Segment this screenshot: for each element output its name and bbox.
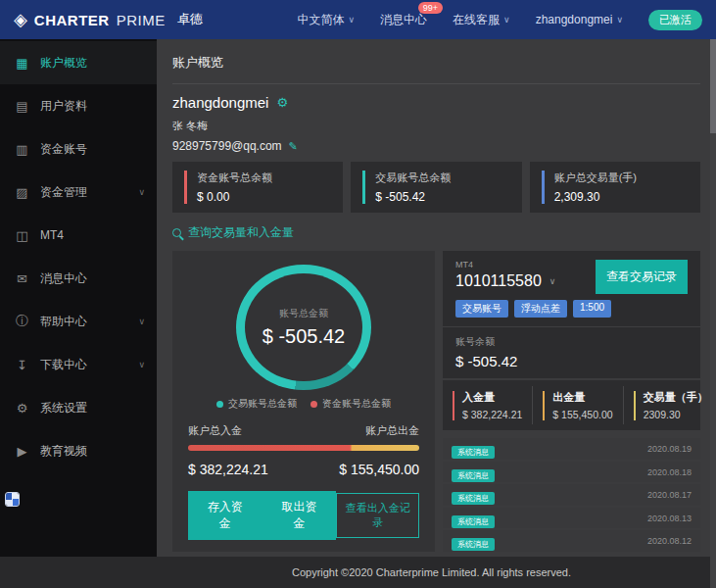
sidebar-item-download-center[interactable]: ↧ 下载中心 ∨ (0, 343, 157, 386)
sidebar-item-label: 教育视频 (40, 443, 87, 460)
news-item[interactable]: 系统消息 2020.08.13 紧急通知：美国轻质低硫原油(USOUSD)交割期… (443, 508, 700, 529)
page-scrollbar[interactable] (710, 39, 716, 588)
username-text: zhangdongmei (172, 94, 268, 111)
stat-label: 资金账号总余额 (197, 171, 272, 185)
download-icon: ↧ (15, 358, 29, 372)
mt4-account-badges: 交易账号 浮动点差 1:500 (455, 300, 688, 318)
mt4-stat-deposit: 入金量 $ 382,224.21 (443, 386, 532, 424)
news-item[interactable]: 系统消息 2020.08.17 通知：英国布伦特原油期货合约（UKOUSD）交割… (443, 484, 700, 506)
sidebar-item-user-profile[interactable]: ▤ 用户资料 (0, 84, 157, 127)
copyright-text: Copyright ©2020 Charterprime Limited. Al… (292, 566, 571, 578)
edit-email-pencil-icon[interactable]: ✎ (289, 140, 298, 153)
legend-label: 交易账号总金额 (228, 397, 297, 411)
widget-icon[interactable] (6, 493, 19, 506)
news-item[interactable]: 系统消息 2020.08.19 重要通知: 香港期货合约因八号台风信号提早停盘 (443, 438, 700, 460)
stat-label: 账户总交易量(手) (554, 171, 637, 185)
help-info-icon: ⓘ (15, 313, 29, 330)
brand-logo[interactable]: ◈ CHARTERPRIME 卓德 (14, 11, 203, 28)
stat-value: $ 155,450.00 (552, 409, 612, 420)
donut-center-label: 账号总金额 (279, 307, 328, 320)
view-trade-records-button[interactable]: 查看交易记录 (596, 260, 688, 294)
summary-stat-cards: 资金账号总余额 $ 0.00 交易账号总余额 $ -505.42 账户总交易量(… (172, 162, 700, 213)
system-message-badge: 系统消息 (452, 515, 495, 528)
sidebar-item-label: 消息中心 (40, 270, 87, 287)
legend-funds-account: 资金账号总金额 (310, 397, 391, 411)
stat-card-trading-balance: 交易账号总余额 $ -505.42 (351, 162, 521, 213)
logo-suffix: 卓德 (177, 11, 203, 28)
deposit-funds-button[interactable]: 存入资金 (188, 491, 263, 540)
profile-document-icon: ▤ (15, 99, 29, 114)
sidebar-item-account-overview[interactable]: ▦ 账户概览 (0, 41, 157, 84)
funds-card-icon: ▥ (15, 142, 29, 157)
mt4-account-card: MT4 1010115580 ∨ 查看交易记录 交易账号 浮动点差 1:500 (443, 251, 700, 378)
sidebar-item-label: 下载中心 (40, 357, 87, 373)
sidebar-item-system-settings[interactable]: ⚙ 系统设置 (0, 386, 157, 429)
sidebar-nav: ▦ 账户概览 ▤ 用户资料 ▥ 资金账号 ▨ 资金管理 ∨ ◫ MT4 ✉ 消息… (0, 39, 157, 557)
message-center-label: 消息中心 (380, 12, 427, 28)
scrollbar-thumb[interactable] (710, 39, 716, 133)
system-message-badge: 系统消息 (452, 446, 495, 459)
withdraw-funds-button[interactable]: 取出资金 (263, 491, 337, 540)
divider (443, 326, 700, 327)
chevron-down-icon: ∨ (138, 360, 145, 369)
sidebar-item-funds-management[interactable]: ▨ 资金管理 ∨ (0, 171, 157, 214)
system-message-badge: 系统消息 (452, 538, 495, 551)
query-link-label: 查询交易量和入金量 (188, 224, 294, 241)
user-settings-gear-icon[interactable]: ⚙ (276, 95, 288, 110)
online-support-menu[interactable]: 在线客服 ∨ (453, 12, 510, 28)
donut-center-value: $ -505.42 (263, 325, 346, 348)
system-news-list: 系统消息 2020.08.19 重要通知: 香港期货合约因八号台风信号提早停盘 … (443, 438, 700, 552)
mt4-account-selector[interactable]: 1010115580 ∨ (455, 272, 555, 290)
news-date: 2020.08.19 (647, 444, 692, 454)
news-date: 2020.08.18 (647, 467, 692, 477)
news-item[interactable]: 系统消息 2020.08.12 通知：所有大宗商品合约的每手交易保证金将恢复至正… (443, 530, 700, 552)
settings-gear-icon: ⚙ (15, 401, 29, 416)
logo-text-bold: CHARTER (34, 12, 110, 28)
message-center-menu[interactable]: 消息中心 99+ (380, 12, 427, 28)
stat-value: $ 382,224.21 (462, 409, 522, 420)
message-envelope-icon: ✉ (15, 271, 29, 286)
language-menu[interactable]: 中文简体 ∨ (297, 12, 355, 28)
legend-trading-account: 交易账号总金额 (216, 397, 297, 411)
sidebar-item-education-videos[interactable]: ▶ 教育视频 (0, 429, 157, 472)
search-icon (172, 228, 181, 237)
query-volume-link[interactable]: 查询交易量和入金量 (172, 224, 700, 241)
chevron-down-icon: ∨ (616, 15, 623, 24)
sidebar-item-label: MT4 (40, 228, 64, 242)
account-balance-label: 账号余额 (455, 335, 688, 349)
sidebar-item-funds-account[interactable]: ▥ 资金账号 (0, 127, 157, 171)
sidebar-item-mt4[interactable]: ◫ MT4 (0, 214, 157, 257)
system-message-badge: 系统消息 (452, 469, 495, 482)
stat-label: 出金量 (552, 390, 612, 405)
stat-label: 交易量（手） (644, 390, 708, 405)
sidebar-item-message-center[interactable]: ✉ 消息中心 (0, 257, 157, 300)
legend-label: 资金账号总金额 (322, 397, 391, 411)
sidebar-item-help-center[interactable]: ⓘ 帮助中心 ∨ (0, 300, 157, 343)
diamond-logo-icon: ◈ (14, 11, 27, 28)
balance-donut-chart: 账号总金额 $ -505.42 (236, 265, 371, 390)
mt4-stat-volume: 交易量（手） 2309.30 (623, 386, 716, 424)
stat-color-bar (453, 391, 454, 420)
funds-records-button[interactable]: 查看出入金记录 (336, 493, 419, 538)
news-item[interactable]: 系统消息 2020.08.18 通知: 伦敦机房服务器问题已修复 (443, 462, 700, 483)
top-navbar: ◈ CHARTERPRIME 卓德 中文简体 ∨ 消息中心 99+ 在线客服 ∨… (0, 0, 716, 39)
overview-grid-icon: ▦ (15, 56, 29, 71)
stat-color-bar (362, 171, 365, 204)
total-deposit-label: 账户总入金 (188, 423, 242, 438)
leverage-badge: 1:500 (573, 300, 611, 318)
money-stack-icon: ▨ (15, 185, 29, 200)
user-menu[interactable]: zhangdongmei ∨ (536, 13, 623, 26)
chevron-down-icon: ∨ (503, 15, 510, 24)
stat-color-bar (542, 171, 545, 204)
mt4-stats-row: 入金量 $ 382,224.21 出金量 $ 155,450.00 (443, 380, 700, 430)
chevron-down-icon: ∨ (138, 317, 145, 326)
video-play-icon: ▶ (15, 444, 29, 459)
logo-text-light: PRIME (117, 12, 166, 28)
news-date: 2020.08.17 (647, 490, 692, 500)
mt4-chart-icon: ◫ (15, 228, 29, 243)
stat-color-bar (543, 391, 545, 420)
news-date: 2020.08.13 (647, 514, 692, 523)
stat-card-funds-balance: 资金账号总余额 $ 0.00 (172, 162, 343, 213)
total-deposit-value: $ 382,224.21 (188, 462, 268, 477)
user-menu-label: zhangdongmei (536, 13, 613, 26)
